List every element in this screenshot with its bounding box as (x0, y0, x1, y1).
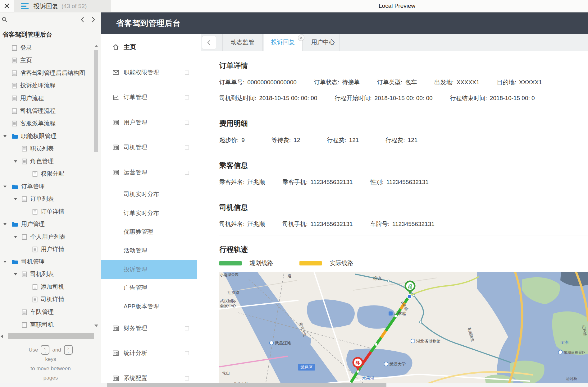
sitemap-item-label: 用户流程 (20, 94, 44, 102)
collapse-box-icon[interactable] (185, 121, 189, 125)
order-detail-page: 订单详情 订单单号:000000000000000 订单状态:待接单 订单类型:… (219, 51, 588, 387)
tab-complaint-reply[interactable]: 投诉回复 (264, 34, 302, 51)
tab-dynamic-monitoring[interactable]: 动态监管 (223, 34, 262, 51)
next-page-icon[interactable] (90, 16, 96, 23)
sitemap-item-label: 登录 (20, 44, 32, 52)
page-icon (12, 121, 17, 127)
scroll-up-arrow-icon[interactable] (94, 45, 98, 47)
collapse-box-icon[interactable] (185, 326, 189, 330)
sitemap-item-label: 职能权限管理 (21, 132, 57, 140)
collapse-box-icon[interactable] (185, 95, 189, 99)
fees-row: 起步价:9 等待费:12 行程费:121 行程费:121 (219, 136, 588, 144)
sitemap-folder-users[interactable]: 用户管理 (0, 218, 105, 230)
sitemap-item-label: 订单管理 (21, 182, 45, 191)
field-trip-end-time: 行程结束时间:2018-10-15 00: 0 (450, 94, 535, 102)
expand-arrow-icon[interactable] (14, 160, 17, 163)
menu-item-drivers[interactable]: 司机管理 (101, 138, 197, 157)
menu-item-home[interactable]: 主页 (101, 38, 197, 56)
top-bar: 投诉回复 (43 of 52) Local Preview (0, 0, 588, 12)
sitemap-item-order-list[interactable]: 订单列表 (0, 193, 115, 205)
sitemap-item-dispatch-flow[interactable]: 客服派单流程 (0, 117, 105, 130)
page-icon (32, 297, 38, 302)
sitemap-item-role-mgmt[interactable]: 角色管理 (0, 155, 115, 168)
menu-item-finance[interactable]: 财务管理 (101, 319, 197, 338)
track-legend: 规划线路 实际线路 (219, 259, 588, 267)
section-title: 司机信息 (219, 203, 588, 212)
map-label: 水果湖 (362, 376, 374, 380)
expand-arrow-icon[interactable] (14, 273, 17, 275)
field-order-no: 订单单号:000000000000000 (219, 78, 297, 86)
tabs-back-button[interactable] (202, 36, 216, 49)
window-horizontal-scrollbar[interactable] (0, 383, 588, 387)
sitemap-vertical-scrollbar[interactable] (94, 50, 98, 152)
sitemap-item-home[interactable]: 主页 (0, 54, 105, 67)
collapse-box-icon[interactable] (185, 171, 189, 175)
section-title: 行程轨迹 (219, 245, 588, 254)
sitemap-hscroll-thumb[interactable] (8, 333, 94, 339)
sitemap-folder-permissions[interactable]: 职能权限管理 (0, 130, 105, 142)
expand-arrow-icon[interactable] (3, 223, 7, 225)
menu-item-permissions[interactable]: 职能权限管理 (101, 63, 197, 82)
section-title: 订单详情 (219, 61, 588, 71)
sitemap-item-user-flow[interactable]: 用户流程 (0, 92, 105, 104)
map-label: 武汉大学 (389, 362, 406, 366)
sitemap-item-driver-list[interactable]: 司机列表 (0, 268, 115, 280)
scroll-down-arrow-icon[interactable] (94, 325, 98, 327)
menu-item-label: 订单实时分布 (124, 209, 159, 217)
sitemap-item-label: 个人用户列表 (30, 233, 66, 241)
collapse-box-icon[interactable] (185, 351, 189, 355)
prev-page-icon[interactable] (80, 16, 86, 23)
sitemap-item-personal-user-list[interactable]: 个人用户列表 (0, 231, 115, 243)
keyboard-hint: Use <, and >. keys to move between pages (0, 345, 101, 383)
hint-line3: to move between (0, 364, 101, 373)
expand-arrow-icon[interactable] (3, 186, 7, 188)
expand-arrow-icon[interactable] (3, 261, 7, 263)
search-icon[interactable] (1, 16, 8, 23)
menu-item-users[interactable]: 用户管理 (101, 113, 197, 132)
page-nav-pill[interactable]: 投诉回复 (43 of 52) (14, 0, 111, 12)
sitemap-item-label: 司机管理流程 (20, 107, 56, 115)
collapse-box-icon[interactable] (185, 71, 189, 75)
sitemap-item-structure[interactable]: 省客驾到管理后后结构图 (0, 67, 105, 79)
close-icon[interactable] (4, 3, 10, 9)
tab-separator (262, 34, 263, 51)
id-card-icon (112, 350, 119, 357)
scroll-left-arrow-icon[interactable] (1, 334, 3, 338)
screen: 投诉回复 (43 of 52) Local Preview 省客驾到管理后台 登… (0, 0, 588, 387)
sitemap-item-label: 投诉处理流程 (20, 81, 56, 90)
collapse-box-icon[interactable] (185, 376, 189, 380)
sitemap-item-driver-flow[interactable]: 司机管理流程 (0, 105, 105, 117)
menu-item-label: 活动管理 (124, 246, 147, 255)
planned-route-label: 规划线路 (249, 259, 273, 267)
window-hscroll-thumb[interactable] (107, 383, 386, 387)
sitemap-folder-drivers[interactable]: 司机管理 (0, 256, 105, 268)
page-icon (22, 146, 27, 152)
sitemap-horizontal-scrollbar[interactable] (0, 333, 101, 339)
map-label: 湖北省博物馆 (416, 339, 440, 343)
page-icon (32, 246, 38, 252)
expand-arrow-icon[interactable] (14, 198, 17, 200)
tab-user-center[interactable]: 用户中心 (307, 34, 340, 51)
expand-arrow-icon[interactable] (3, 135, 7, 137)
trip-map[interactable]: 起 终 (219, 272, 588, 387)
passenger-row: 乘客姓名:汪兆顺 乘客手机:1123455632131 性别:112345563… (219, 178, 588, 186)
hint-use: Use (29, 345, 38, 355)
sitemap-item-fleet-mgmt[interactable]: 车队管理 (0, 306, 115, 318)
sitemap-folder-orders[interactable]: 订单管理 (0, 180, 105, 193)
sitemap-item-login[interactable]: 登录 (0, 42, 105, 54)
collapse-box-icon[interactable] (185, 145, 189, 150)
tab-close-icon[interactable] (298, 35, 304, 41)
map-label: 清河桥 (566, 376, 577, 381)
field-trip-fee: 行程费:121 (327, 136, 359, 144)
hamburger-menu-icon[interactable] (21, 3, 29, 9)
menu-item-orders[interactable]: 订单管理 (101, 88, 197, 107)
field-waiting-fee: 等待费:12 (271, 136, 300, 144)
left-key-cap: <, (41, 345, 49, 355)
sitemap-item-complaint-flow[interactable]: 投诉处理流程 (0, 79, 105, 92)
sitemap-item-label: 订单详情 (41, 208, 64, 216)
menu-item-operations[interactable]: 运营管理 (101, 163, 197, 182)
expand-arrow-icon[interactable] (14, 236, 17, 238)
planned-route-swatch (219, 261, 242, 265)
menu-item-statistics[interactable]: 统计分析 (101, 344, 197, 362)
map-label: 武昌江滩 (275, 341, 291, 345)
